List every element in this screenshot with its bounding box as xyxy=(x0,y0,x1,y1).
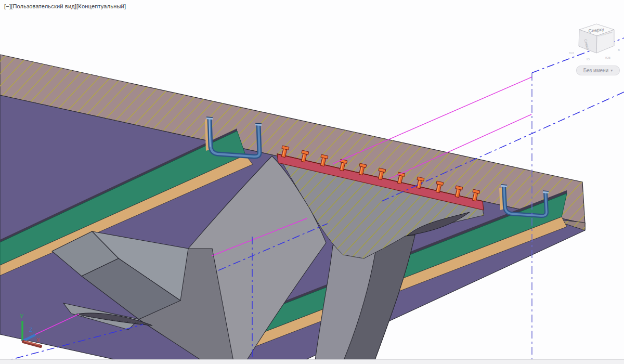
ucs-z-label: Z xyxy=(29,327,33,333)
named-view-selector[interactable]: Без имени ▾ xyxy=(576,66,620,75)
compass-sw-label: ЮЗ xyxy=(569,51,574,55)
horizontal-scrollbar[interactable] xyxy=(0,359,624,364)
ucs-x-label: X xyxy=(36,337,41,343)
compass-se-label: ЮВ xyxy=(605,56,610,59)
ucs-y-label: Y xyxy=(20,313,24,319)
viewport-controls: [−][Пользовательский вид][Концептуальный… xyxy=(4,3,126,9)
viewport-style-control[interactable]: [Концептуальный] xyxy=(76,3,126,9)
compass-s-label: Ю xyxy=(587,58,590,61)
cad-viewport[interactable]: Y X Z [−][Пользовательский вид][Концепту… xyxy=(0,0,624,364)
named-view-label: Без имени xyxy=(583,68,608,73)
viewport-view-control[interactable]: [Пользовательский вид] xyxy=(11,3,76,9)
viewcube[interactable]: Сверху Слева Спереди ЮЗ Ю ЮВ В xyxy=(563,15,624,64)
compass-e-label: В xyxy=(618,48,620,51)
viewport-minimize-control[interactable]: [−] xyxy=(4,3,11,9)
chevron-down-icon: ▾ xyxy=(610,68,613,73)
model-canvas[interactable]: Y X Z xyxy=(0,0,624,364)
